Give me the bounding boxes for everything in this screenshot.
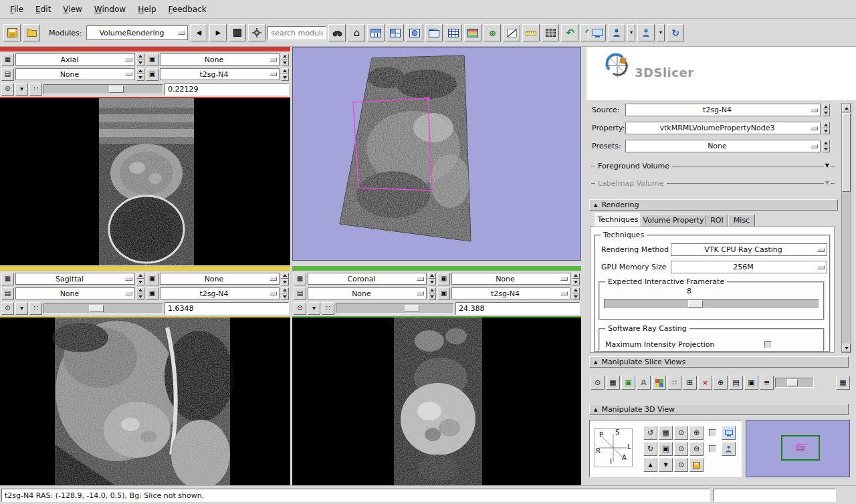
- coronal-visibility-button[interactable]: ⊙: [294, 302, 306, 315]
- orthographic-button[interactable]: ▦: [659, 426, 673, 440]
- mouse-transform-dropdown[interactable]: ▾: [627, 24, 635, 41]
- axis-letter-i[interactable]: I: [610, 458, 612, 465]
- sagittal-background-spinner[interactable]: [281, 287, 289, 300]
- slice-opacity-slider[interactable]: [775, 378, 814, 388]
- mip-checkbox[interactable]: [764, 341, 772, 348]
- view-3d[interactable]: [292, 47, 581, 261]
- refresh-views-button[interactable]: ↻: [667, 24, 684, 41]
- menu-help[interactable]: Help: [132, 2, 162, 17]
- sagittal-labelmap-button[interactable]: ▣: [146, 273, 158, 285]
- axial-background-spinner[interactable]: [281, 68, 289, 81]
- coronal-foreground-button[interactable]: ▤: [294, 287, 306, 300]
- foreground-volume-frame[interactable]: Foreground Volume ▼: [591, 162, 835, 172]
- scroll-up-button[interactable]: [842, 104, 851, 112]
- axial-offset-entry[interactable]: [165, 83, 289, 96]
- axis-letter-s[interactable]: S: [615, 428, 619, 436]
- rotate-right-button[interactable]: ↻: [643, 442, 657, 456]
- home-module-button[interactable]: ⌂: [348, 24, 365, 41]
- module-panel-scrollbar[interactable]: [841, 103, 851, 353]
- tab-roi[interactable]: ROI: [706, 214, 728, 227]
- coronal-offset-slider[interactable]: [336, 303, 454, 313]
- save-scene-button[interactable]: [3, 24, 21, 41]
- coronal-labelmap-spinner[interactable]: [572, 273, 580, 285]
- load-data-button[interactable]: [23, 24, 40, 41]
- compositing-button[interactable]: [652, 376, 666, 390]
- tab-misc[interactable]: Misc: [728, 214, 755, 227]
- save-view-button[interactable]: [689, 458, 704, 472]
- axis-letter-a[interactable]: A: [622, 454, 627, 461]
- tab-techniques[interactable]: Techniques: [595, 213, 641, 227]
- pitch-down-button[interactable]: ▼: [659, 458, 673, 472]
- axial-slice-menu-button[interactable]: ▦: [1, 53, 14, 66]
- layout-3d-only-button[interactable]: [406, 24, 423, 41]
- tab-volume-property[interactable]: Volume Property: [641, 214, 706, 227]
- mouse-place-dropdown[interactable]: ▾: [657, 24, 665, 41]
- sagittal-offset-slider[interactable]: [43, 303, 163, 313]
- sagittal-expand-button[interactable]: ▾: [15, 302, 28, 315]
- layout-compare-button[interactable]: [464, 24, 481, 41]
- layout-tabbed-button[interactable]: [425, 24, 443, 41]
- navigation-3d-preview[interactable]: [746, 420, 850, 477]
- sagittal-labelmap-spinner[interactable]: [281, 273, 289, 285]
- gpu-memory-select[interactable]: 256M: [671, 261, 827, 273]
- property-select[interactable]: vtkMRMLVolumePropertyNode3: [625, 122, 821, 134]
- module-next-button[interactable]: ▶: [209, 24, 227, 41]
- undo-button[interactable]: ↶: [561, 24, 578, 41]
- sagittal-options-button[interactable]: ∷: [29, 302, 42, 315]
- sagittal-image-area[interactable]: [0, 318, 290, 487]
- mouse-transform-mode-button[interactable]: [608, 24, 625, 41]
- look-from-button[interactable]: ▣: [659, 442, 673, 456]
- axial-options-button[interactable]: ∷: [29, 83, 42, 96]
- module-search-button[interactable]: [328, 24, 346, 41]
- layout-conventional-button[interactable]: [367, 24, 385, 41]
- sagittal-background-button[interactable]: ▣: [146, 287, 158, 300]
- coronal-orientation-select[interactable]: Coronal: [308, 273, 427, 285]
- coronal-options-button[interactable]: ∷: [322, 302, 334, 315]
- sagittal-slice-menu-button[interactable]: ▦: [1, 273, 14, 285]
- scroll-down-button[interactable]: [842, 344, 851, 352]
- sagittal-offset-entry[interactable]: [165, 302, 289, 315]
- axial-orientation-select[interactable]: Axial: [15, 53, 135, 66]
- lightbox-button[interactable]: ▦: [836, 376, 850, 390]
- menu-window[interactable]: Window: [88, 2, 132, 17]
- module-history-button[interactable]: [229, 24, 246, 41]
- coronal-background-select[interactable]: t2sg-N4: [451, 287, 570, 299]
- sagittal-visibility-button[interactable]: ⊙: [1, 302, 14, 315]
- crosshair-thick-button[interactable]: ×: [698, 376, 712, 390]
- sagittal-background-select[interactable]: t2sg-N4: [160, 287, 280, 299]
- coronal-expand-button[interactable]: ▾: [308, 302, 320, 315]
- layers-link-button[interactable]: ▤: [729, 376, 743, 390]
- slider-thumb[interactable]: [109, 86, 124, 93]
- labelmap-volume-frame[interactable]: Labelmap Volume ▼: [591, 179, 835, 190]
- spin-view-button[interactable]: ⊙: [674, 442, 688, 456]
- coronal-image-area[interactable]: [292, 318, 581, 487]
- axial-foreground-button[interactable]: ▤: [1, 68, 14, 81]
- axis-letter-l[interactable]: L: [627, 443, 631, 451]
- module-selector[interactable]: VolumeRendering: [86, 25, 188, 40]
- module-search-input[interactable]: [268, 26, 326, 39]
- axial-visibility-button[interactable]: ⊙: [1, 83, 14, 96]
- sagittal-labelmap-select[interactable]: None: [160, 273, 280, 285]
- source-select[interactable]: t2sg-N4: [625, 104, 821, 116]
- navigation-mode-button[interactable]: [722, 442, 736, 456]
- menu-feedback[interactable]: Feedback: [163, 2, 213, 17]
- module-prev-button[interactable]: ◀: [190, 24, 207, 41]
- pitch-up-button[interactable]: ▲: [643, 458, 657, 472]
- source-spinner[interactable]: [822, 104, 830, 116]
- axial-background-select[interactable]: t2sg-N4: [160, 68, 280, 80]
- sagittal-orientation-select[interactable]: Sagittal: [15, 273, 135, 285]
- sagittal-foreground-select[interactable]: None: [15, 287, 135, 299]
- module-settings-button[interactable]: [248, 24, 265, 41]
- spatial-units-button[interactable]: ∷: [667, 376, 681, 390]
- zoom-out-button[interactable]: ⊖: [689, 442, 704, 456]
- axial-foreground-select[interactable]: None: [15, 68, 135, 80]
- framerate-slider[interactable]: [604, 299, 819, 309]
- axial-expand-button[interactable]: ▾: [15, 83, 28, 96]
- slider-thumb[interactable]: [89, 305, 104, 312]
- slice-intersections-button[interactable]: ⊕: [714, 376, 728, 390]
- zoom-in-button[interactable]: ⊕: [689, 426, 704, 440]
- slice-intersection-button[interactable]: [503, 24, 520, 41]
- fit-slices-button[interactable]: ▦: [606, 376, 620, 390]
- ruler-button[interactable]: [522, 24, 540, 41]
- clone-view-button[interactable]: ▣: [744, 376, 758, 390]
